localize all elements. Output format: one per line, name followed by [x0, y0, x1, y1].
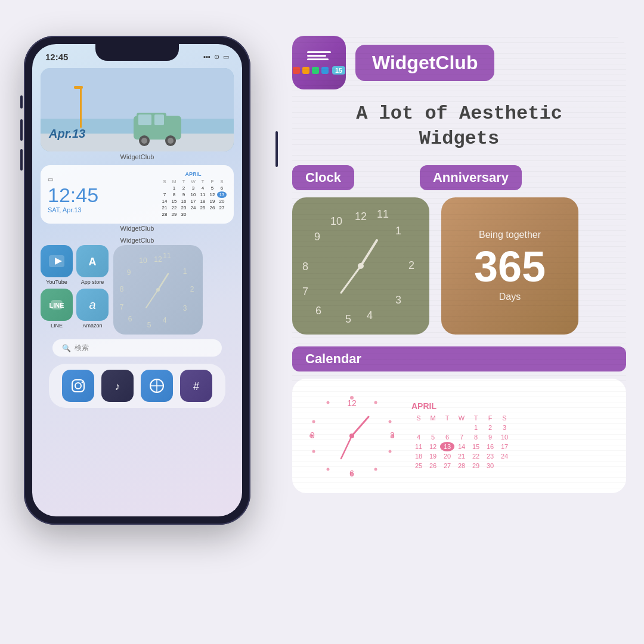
phone-frame: 12:45 ▪▪▪ ⊙ ▭	[24, 36, 250, 525]
svg-point-67	[312, 420, 315, 423]
apps-section-label: WidgetClub	[41, 237, 234, 244]
anniversary-widget-preview: Being together 365 Days	[441, 197, 578, 335]
svg-text:a: a	[89, 298, 95, 311]
youtube-icon[interactable]	[41, 245, 73, 277]
svg-rect-6	[154, 114, 164, 125]
svg-text:8: 8	[120, 285, 124, 293]
svg-point-58	[374, 401, 377, 404]
svg-text:2: 2	[190, 285, 194, 293]
battery-icon: ▭	[223, 53, 229, 61]
phone-screen: 12:45 ▪▪▪ ⊙ ▭	[32, 44, 242, 516]
svg-rect-12	[74, 86, 83, 89]
svg-point-35	[75, 383, 81, 389]
dock-safari[interactable]	[141, 370, 173, 402]
dock-instagram[interactable]	[62, 370, 94, 402]
phone-mockup: 12:45 ▪▪▪ ⊙ ▭	[24, 36, 274, 608]
svg-text:LINE: LINE	[49, 302, 64, 309]
svg-line-32	[146, 290, 158, 308]
svg-text:9: 9	[127, 268, 131, 277]
svg-text:5: 5	[147, 321, 151, 329]
svg-text:7: 7	[120, 303, 124, 311]
cal-clock-left: ▭ 12:45 SAT, Apr.13	[48, 176, 98, 213]
svg-point-61	[389, 450, 392, 453]
photo-widget-name: WidgetClub	[41, 153, 234, 160]
mini-calendar: APRIL SMTWTFS 123456 78910111213 1415161…	[160, 171, 227, 218]
mini-cal-month: APRIL	[160, 171, 227, 177]
amazon-icon[interactable]: a	[76, 289, 109, 321]
svg-line-74	[341, 436, 352, 459]
appstore-icon[interactable]: A	[76, 245, 109, 277]
dock-slack[interactable]: #	[180, 370, 212, 402]
cal-widget-name: WidgetClub	[41, 225, 234, 232]
svg-point-10	[168, 138, 174, 144]
svg-point-65	[312, 450, 315, 453]
wifi-icon: ⊙	[214, 53, 219, 61]
anniversary-content: Being together 365 Days	[474, 230, 546, 302]
date-display: SAT, Apr.13	[48, 206, 98, 213]
line-label: LINE	[51, 323, 63, 329]
app-icon-youtube[interactable]: YouTube	[41, 245, 73, 285]
line-icon[interactable]: LINE	[41, 289, 73, 321]
phone-content: Apr.13 WidgetClub ▭ 12:45 SAT, Apr.13 AP…	[32, 66, 242, 416]
cal-clock-widget: ▭ 12:45 SAT, Apr.13 APRIL SMTWTFS 123456	[41, 165, 234, 232]
photo-widget: Apr.13 WidgetClub	[41, 68, 234, 160]
phone-battery: ▭	[48, 176, 98, 182]
clock-anniversary-row: 12 1 2 3 4 5 6 7 8 9 10 11	[292, 197, 626, 335]
svg-text:11: 11	[163, 252, 171, 260]
status-icons: ▪▪▪ ⊙ ▭	[203, 53, 229, 61]
svg-text:#: #	[193, 380, 199, 392]
svg-text:9: 9	[310, 431, 315, 440]
svg-line-73	[352, 417, 369, 436]
apps-clock-row: WidgetClub YouTube	[41, 237, 234, 335]
appstore-label: App store	[81, 279, 104, 285]
svg-text:6: 6	[349, 469, 354, 478]
svg-text:3: 3	[390, 431, 395, 440]
svg-text:4: 4	[163, 316, 167, 324]
svg-rect-11	[80, 86, 82, 128]
svg-point-33	[156, 288, 160, 292]
svg-text:♪: ♪	[115, 380, 120, 392]
svg-point-36	[82, 382, 83, 383]
svg-text:A: A	[89, 256, 97, 268]
search-text: 検索	[75, 343, 89, 353]
svg-point-62	[374, 468, 377, 471]
svg-text:1: 1	[183, 267, 187, 275]
svg-text:10: 10	[139, 256, 147, 265]
signal-icon: ▪▪▪	[203, 53, 210, 60]
phone-clock-widget: 12 1 2 3 4 5 6 7 8 9 10	[113, 245, 203, 335]
dock-tiktok[interactable]: ♪	[101, 370, 134, 402]
search-icon: 🔍	[62, 344, 71, 352]
svg-rect-5	[138, 114, 151, 125]
svg-text:12: 12	[347, 398, 357, 408]
app-icon-appstore[interactable]: A App store	[76, 245, 109, 285]
photo-widget-image: Apr.13	[41, 68, 234, 151]
svg-line-31	[158, 274, 168, 290]
status-time: 12:45	[45, 52, 68, 62]
amazon-label: Amazon	[82, 323, 102, 329]
app-icons-grid: YouTube A App store LINE	[41, 245, 109, 329]
app-icon-amazon[interactable]: a Amazon	[76, 289, 109, 329]
cal-clock-side: 12 3 6 9	[304, 388, 400, 484]
svg-point-64	[327, 468, 330, 471]
svg-text:6: 6	[128, 315, 132, 323]
phone-notch	[95, 44, 179, 61]
svg-point-8	[141, 138, 147, 144]
photo-date-label: Apr.13	[49, 127, 85, 141]
search-bar[interactable]: 🔍 検索	[52, 339, 222, 357]
big-clock-time: 12:45	[48, 185, 98, 205]
days-label: Days	[474, 292, 546, 302]
youtube-label: YouTube	[46, 279, 67, 285]
svg-point-68	[327, 401, 330, 404]
app-icon-line[interactable]: LINE LINE	[41, 289, 73, 329]
svg-text:12: 12	[154, 255, 162, 264]
svg-point-75	[349, 434, 354, 438]
svg-point-59	[389, 420, 392, 423]
right-panel: 15 WidgetClub A lot of AestheticWidgets …	[292, 36, 626, 493]
being-together-text: Being together	[474, 230, 546, 240]
days-number: 365	[474, 245, 546, 288]
dock: ♪ #	[49, 364, 225, 408]
svg-text:3: 3	[183, 304, 187, 312]
